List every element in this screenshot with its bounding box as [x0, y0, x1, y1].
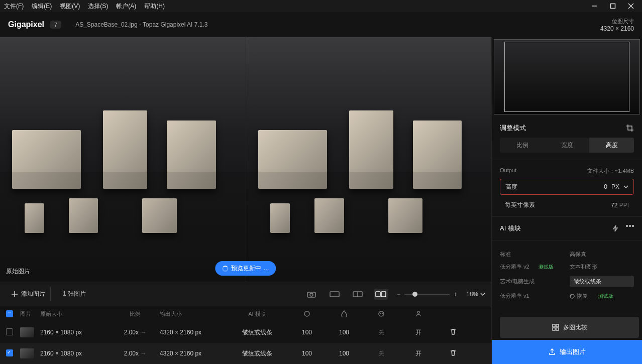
- bitmap-size-label: 位图尺寸: [600, 18, 634, 25]
- camera-icon[interactable]: [304, 289, 318, 300]
- seg-ratio[interactable]: 比例: [500, 138, 545, 153]
- table-row[interactable]: 2160 × 1080 px 2.00x → 4320 × 2160 px 皱纹…: [0, 343, 491, 364]
- model-standard[interactable]: 标准: [500, 251, 564, 258]
- navigator-thumbnail[interactable]: [494, 39, 640, 114]
- file-title: AS_SpaceBase_02.jpg - Topaz Gigapixel AI…: [75, 21, 207, 28]
- height-unit: PX: [611, 183, 619, 190]
- trash-icon[interactable]: [450, 328, 457, 335]
- ppi-label: 每英寸像素: [505, 201, 535, 209]
- compare-label: 多图比较: [563, 323, 587, 332]
- preview-processed: [246, 37, 492, 282]
- height-label: 高度: [505, 183, 517, 191]
- view-single-icon[interactable]: [328, 289, 342, 300]
- row-c1: 关: [364, 349, 399, 358]
- svg-rect-23: [553, 328, 555, 330]
- menu-view[interactable]: 视图(V): [60, 2, 80, 11]
- row-scale: 2.00x: [124, 329, 139, 336]
- export-icon: [549, 348, 556, 355]
- svg-point-14: [379, 311, 384, 316]
- preview-panel: 原始图片 预览更新中 … 添加图片 1 张图片 −: [0, 37, 491, 364]
- export-button[interactable]: 输出图片: [492, 340, 642, 364]
- menu-help[interactable]: 帮助(H): [144, 2, 165, 11]
- preview-comparison[interactable]: 原始图片 预览更新中 …: [0, 37, 491, 282]
- zoom-in-icon[interactable]: +: [454, 291, 457, 298]
- ppi-unit: PPI: [619, 202, 629, 209]
- row-checkbox[interactable]: [6, 349, 13, 356]
- resize-mode-segments[interactable]: 比例 宽度 高度: [500, 138, 634, 153]
- zoom-slider[interactable]: − +: [397, 291, 457, 298]
- compare-icon: [552, 324, 559, 331]
- svg-point-7: [310, 293, 313, 296]
- preview-original: [0, 37, 246, 282]
- resize-mode-label: 调整模式: [500, 124, 526, 133]
- view-sidebyside-icon[interactable]: [374, 289, 388, 300]
- export-label: 输出图片: [560, 347, 586, 356]
- add-image-button[interactable]: 添加图片: [6, 287, 51, 301]
- model-wrinkles[interactable]: 皱纹或线条: [570, 276, 634, 287]
- window-minimize-icon[interactable]: [592, 3, 598, 9]
- app-name: Gigapixel: [8, 20, 44, 29]
- col-outsize: 输出大小: [160, 310, 225, 318]
- svg-rect-22: [556, 324, 559, 327]
- compare-button[interactable]: 多图比较: [500, 317, 639, 338]
- model-textgraphic[interactable]: 文本和图形: [570, 263, 634, 271]
- select-all-checkbox[interactable]: [6, 310, 13, 317]
- menu-file[interactable]: 文件(F): [4, 2, 24, 11]
- image-count: 1 张图片: [63, 290, 86, 298]
- droplet-icon: [341, 310, 348, 317]
- model-restore[interactable]: 恢复 测试版: [570, 292, 634, 300]
- ppi-value: 72: [611, 202, 617, 209]
- model-hifi[interactable]: 高保真: [570, 251, 634, 258]
- row-c1: 关: [364, 328, 399, 337]
- toolbar: 添加图片 1 张图片 − + 18%: [0, 282, 491, 306]
- zoom-value-dropdown[interactable]: 18%: [466, 291, 485, 298]
- svg-rect-24: [556, 328, 559, 330]
- row-origsize: 2160 × 1080 px: [40, 350, 111, 357]
- thumbnail: [20, 327, 34, 337]
- row-checkbox[interactable]: [6, 328, 13, 335]
- svg-point-15: [380, 313, 381, 313]
- model-artcg[interactable]: 艺术/电脑生成: [500, 278, 564, 285]
- svg-rect-21: [553, 324, 555, 327]
- output-label: Output: [500, 167, 516, 175]
- menu-edit[interactable]: 编辑(E): [32, 2, 52, 11]
- bitmap-size-value: 4320 × 2160: [600, 25, 634, 32]
- svg-point-20: [632, 225, 634, 227]
- height-input[interactable]: 高度 0 PX: [500, 179, 634, 195]
- row-outsize: 4320 × 2160 px: [160, 350, 225, 357]
- model-lowresv1[interactable]: 低分辨率 v1: [500, 292, 564, 300]
- svg-rect-11: [376, 292, 380, 297]
- row-c2: 开: [401, 349, 436, 358]
- side-panel: 调整模式 比例 宽度 高度 Output 文件大小：~1.4MB 高度 0 PX: [491, 37, 642, 364]
- zoom-out-icon[interactable]: −: [397, 291, 400, 298]
- svg-rect-12: [381, 292, 386, 297]
- trash-icon[interactable]: [450, 349, 457, 356]
- svg-point-19: [629, 225, 631, 227]
- svg-point-18: [626, 225, 628, 227]
- plus-icon: [11, 291, 18, 298]
- titlebar: Gigapixel 7 AS_SpaceBase_02.jpg - Topaz …: [0, 12, 642, 37]
- row-outsize: 4320 × 2160 px: [160, 329, 225, 336]
- svg-point-16: [382, 313, 383, 313]
- menubar: 文件(F) 编辑(E) 视图(V) 选择(S) 帐户(A) 帮助(H): [0, 0, 642, 12]
- seg-height[interactable]: 高度: [589, 138, 634, 153]
- model-lowresv2[interactable]: 低分辨率 v2 测试版: [500, 263, 564, 271]
- row-v1: 100: [289, 329, 325, 336]
- seg-width[interactable]: 宽度: [545, 138, 589, 153]
- svg-point-17: [417, 311, 419, 313]
- thumbnail: [20, 348, 34, 358]
- crop-icon[interactable]: [626, 124, 634, 132]
- preview-status-text: 预览更新中 …: [231, 264, 269, 273]
- row-model: 皱纹或线条: [227, 328, 287, 337]
- view-split-icon[interactable]: [351, 289, 365, 300]
- col-scale: 比例: [113, 310, 158, 318]
- window-maximize-icon[interactable]: [610, 3, 616, 9]
- more-icon[interactable]: [626, 225, 634, 227]
- menu-account[interactable]: 帐户(A): [116, 2, 136, 11]
- chevron-down-icon[interactable]: [623, 185, 628, 188]
- window-close-icon[interactable]: [628, 3, 634, 9]
- version-badge: 7: [50, 21, 61, 29]
- table-row[interactable]: 2160 × 1080 px 2.00x → 4320 × 2160 px 皱纹…: [0, 322, 491, 343]
- lightning-icon[interactable]: [612, 225, 619, 232]
- menu-select[interactable]: 选择(S): [88, 2, 108, 11]
